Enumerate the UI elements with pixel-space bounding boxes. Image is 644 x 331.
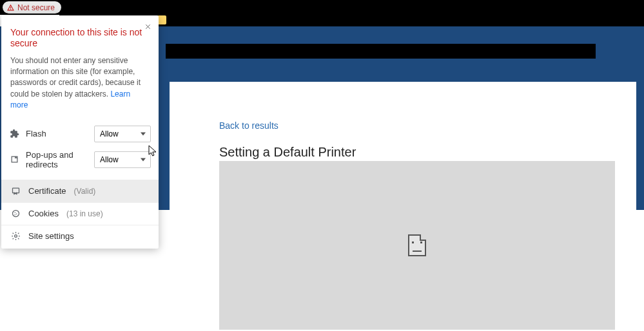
permission-row-flash: Flash Allow — [1, 122, 159, 146]
media-placeholder — [219, 161, 615, 330]
close-button[interactable] — [142, 21, 153, 32]
cookies-count: (13 in use) — [66, 209, 103, 218]
cookies-label: Cookies — [28, 209, 59, 218]
redacted-title-bar — [166, 44, 596, 59]
flash-permission-select[interactable]: Allow — [94, 126, 151, 142]
svg-point-4 — [14, 214, 15, 216]
not-secure-label: Not secure — [17, 3, 55, 12]
permission-label: Flash — [26, 129, 88, 138]
svg-point-5 — [14, 235, 17, 238]
certificate-label: Certificate — [28, 186, 66, 196]
popup-redirect-icon — [9, 155, 19, 165]
gear-icon — [10, 231, 21, 241]
certificate-icon — [10, 186, 21, 196]
svg-point-1 — [12, 211, 19, 217]
permission-row-popups: Pop-ups and redirects Allow — [1, 146, 159, 173]
popups-permission-select[interactable]: Allow — [94, 151, 151, 168]
svg-rect-0 — [12, 188, 19, 193]
popup-title: Your connection to this site is not secu… — [1, 15, 159, 55]
popup-description: You should not enter any sensitive infor… — [1, 55, 159, 122]
article-title: Setting a Default Printer — [219, 145, 636, 160]
certificate-item[interactable]: Certificate (Valid) — [1, 180, 159, 202]
site-info-popup: Your connection to this site is not secu… — [1, 15, 159, 249]
browser-top-bar: Not secure — [0, 0, 644, 15]
close-icon — [144, 23, 151, 30]
content-card: Back to results Setting a Default Printe… — [170, 82, 636, 331]
not-secure-badge[interactable]: Not secure — [3, 1, 61, 14]
cookie-icon — [10, 209, 21, 219]
broken-image-icon — [408, 234, 426, 256]
certificate-status: (Valid) — [74, 187, 96, 196]
back-to-results-link[interactable]: Back to results — [219, 120, 278, 131]
site-settings-label: Site settings — [28, 231, 74, 241]
svg-point-3 — [16, 213, 17, 214]
svg-point-2 — [14, 213, 15, 214]
cookies-item[interactable]: Cookies (13 in use) — [1, 202, 159, 225]
site-settings-item[interactable]: Site settings — [1, 225, 159, 247]
puzzle-icon — [9, 129, 19, 139]
folder-icon — [157, 15, 166, 24]
permission-label: Pop-ups and redirects — [26, 150, 88, 169]
warning-triangle-icon — [6, 3, 15, 12]
